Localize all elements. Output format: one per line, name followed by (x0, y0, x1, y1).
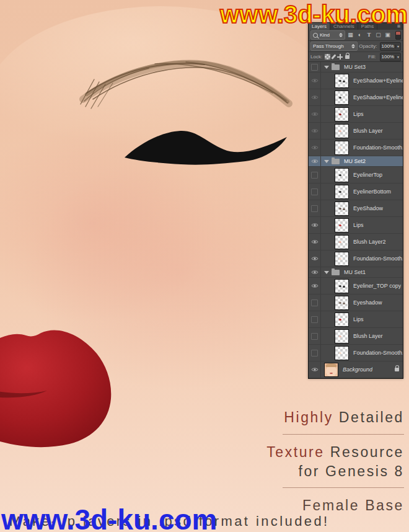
layer-row[interactable]: Lips (309, 311, 403, 328)
layer-thumbnail[interactable] (335, 296, 349, 310)
layer-name[interactable]: Blush Layer2 (353, 239, 386, 245)
visibility-toggle[interactable] (309, 167, 321, 183)
layer-row[interactable]: EyeShadow (309, 200, 403, 217)
layer-thumbnail[interactable] (335, 91, 349, 105)
filter-kind-dropdown[interactable]: Kind (310, 30, 345, 40)
filter-smart-objects-icon[interactable]: ▣ (384, 32, 392, 38)
layer-thumbnail[interactable] (335, 279, 349, 293)
layer-row[interactable]: Blush Layer2 (309, 234, 403, 250)
layer-name[interactable]: Lips (353, 222, 364, 228)
visibility-toggle[interactable] (309, 217, 321, 233)
promo-line-for-genesis8: for Genesis 8 (193, 462, 404, 481)
visibility-toggle[interactable] (309, 250, 321, 267)
layer-row[interactable]: Lips (309, 217, 403, 234)
lock-paint-icon[interactable] (331, 54, 336, 60)
layer-row[interactable]: Blush Layer (309, 123, 403, 140)
layer-name[interactable]: MU Set1 (344, 269, 366, 275)
layer-row[interactable]: EyelinerTop (309, 167, 403, 184)
layer-name[interactable]: Foundation-Smooth... (353, 350, 403, 356)
layer-thumbnail[interactable] (335, 124, 349, 138)
eye-icon (311, 112, 319, 117)
visibility-toggle[interactable] (309, 200, 321, 216)
blend-mode-value: Pass Through (313, 43, 344, 49)
layer-name[interactable]: Blush Layer (353, 333, 383, 339)
layer-name[interactable]: Blush Layer (353, 128, 383, 134)
layer-thumbnail[interactable] (335, 313, 349, 327)
visibility-toggle[interactable] (309, 328, 321, 344)
filter-type-layers-icon[interactable]: T (365, 32, 373, 38)
layer-row[interactable]: EyeShadow+Eyeliner (309, 89, 403, 106)
layer-name[interactable]: MU Set2 (344, 158, 366, 164)
filter-shape-layers-icon[interactable]: ▢ (374, 32, 382, 38)
layer-name[interactable]: Lips (353, 316, 364, 322)
lock-transparency-icon[interactable] (325, 54, 330, 60)
visibility-toggle[interactable] (309, 73, 321, 89)
layer-name[interactable]: EyeShadow+Eyeline... (353, 78, 403, 84)
visibility-toggle[interactable] (309, 234, 321, 250)
layer-name[interactable]: EyeShadow (353, 205, 383, 211)
visibility-toggle[interactable] (309, 89, 321, 105)
layer-thumbnail[interactable] (335, 74, 349, 88)
layer-name[interactable]: EyelinerTop (353, 172, 382, 178)
layer-row[interactable]: Lips (309, 106, 403, 123)
layer-thumbnail[interactable] (335, 202, 349, 216)
visibility-toggle[interactable] (309, 140, 321, 156)
layer-thumbnail[interactable] (335, 235, 349, 249)
layer-row[interactable]: MU Set2 (309, 156, 403, 167)
visibility-toggle[interactable] (309, 345, 321, 361)
layer-thumbnail[interactable] (335, 218, 349, 233)
layer-row[interactable]: Blush Layer (309, 328, 403, 345)
lock-position-icon[interactable] (337, 54, 343, 60)
layer-row[interactable]: MU Set3 (309, 62, 403, 73)
blend-mode-dropdown[interactable]: Pass Through (310, 42, 358, 51)
layer-thumbnail[interactable] (335, 329, 349, 344)
lock-all-icon[interactable] (345, 55, 350, 59)
expander-triangle-icon[interactable] (324, 271, 329, 274)
layer-name[interactable]: Eyeshadow (353, 299, 382, 306)
layer-row[interactable]: Background (309, 361, 403, 378)
layer-row[interactable]: MU Set1 (309, 267, 403, 278)
layer-thumbnail[interactable] (335, 141, 349, 155)
layer-name[interactable]: Eyeliner_TOP copy (353, 283, 401, 289)
visibility-toggle[interactable] (309, 184, 321, 200)
expander-triangle-icon[interactable] (324, 66, 329, 69)
visibility-toggle[interactable] (309, 311, 321, 327)
layer-name[interactable]: Foundation-Smooth... (353, 255, 403, 262)
visibility-toggle[interactable] (309, 295, 321, 311)
visibility-toggle[interactable] (309, 361, 321, 378)
visibility-toggle[interactable] (309, 62, 321, 72)
filter-adjustment-layers-icon[interactable]: ◐ (356, 32, 364, 38)
layer-row[interactable]: Foundation-Smooth... (309, 250, 403, 267)
visibility-toggle[interactable] (309, 123, 321, 139)
layer-name[interactable]: MU Set3 (344, 64, 366, 70)
hidden-visibility-box (311, 316, 318, 323)
layer-row[interactable]: Foundation-Smooth... (309, 140, 403, 156)
layer-name[interactable]: Background (343, 366, 372, 373)
eye-icon (311, 128, 319, 133)
layer-row[interactable]: Foundation-Smooth... (309, 345, 403, 361)
visibility-toggle[interactable] (309, 267, 321, 277)
layer-row[interactable]: Eyeshadow (309, 295, 403, 311)
fill-value-box[interactable]: 100% ▾ (380, 53, 401, 61)
layer-name[interactable]: EyelinerBottom (353, 188, 391, 195)
layer-row[interactable]: Eyeliner_TOP copy (309, 278, 403, 295)
layer-name[interactable]: EyeShadow+Eyeliner (353, 94, 403, 100)
layer-thumbnail[interactable] (335, 252, 349, 266)
expander-triangle-icon[interactable] (324, 160, 329, 163)
layer-name[interactable]: Lips (353, 111, 364, 117)
layer-thumbnail[interactable] (335, 168, 349, 182)
layer-thumbnail[interactable] (335, 346, 349, 360)
filter-pixel-layers-icon[interactable]: ▦ (346, 32, 354, 38)
layer-thumbnail[interactable] (324, 363, 338, 377)
layer-row[interactable]: EyelinerBottom (309, 184, 403, 200)
layer-thumbnail[interactable] (335, 107, 349, 122)
layer-name[interactable]: Foundation-Smooth... (353, 144, 403, 151)
visibility-toggle[interactable] (309, 278, 321, 294)
layer-thumbnail[interactable] (335, 185, 349, 199)
filter-toggle-switch[interactable] (395, 31, 401, 40)
visibility-toggle[interactable] (309, 156, 321, 166)
layer-row[interactable]: EyeShadow+Eyeline... (309, 73, 403, 89)
search-icon (313, 33, 318, 38)
opacity-value-box[interactable]: 100% ▾ (380, 42, 401, 51)
visibility-toggle[interactable] (309, 106, 321, 122)
